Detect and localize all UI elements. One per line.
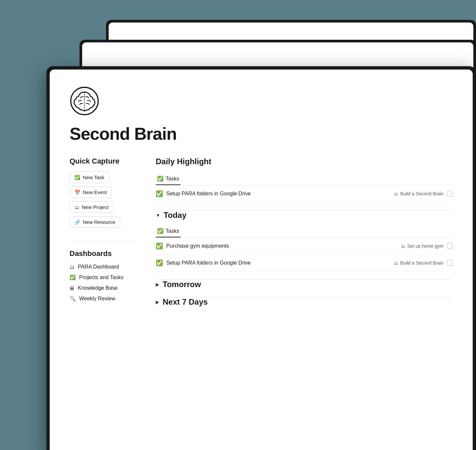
quick-capture-buttons: ✅ New Task 📅 New Event 🗂 New Project xyxy=(70,172,136,228)
sidebar-item-knowledge-base[interactable]: 🏛 Knowledge Base xyxy=(70,285,136,291)
today-tab-check-icon: ✅ xyxy=(157,228,164,234)
daily-highlight-tasks: ✅ Setup PARA folders in Google Drive 🗂 B… xyxy=(156,185,453,202)
task-check-icon: ✅ xyxy=(75,175,80,180)
today-tasks: ✅ Purchase gym equipments 🗂 Set up home … xyxy=(156,237,453,272)
project-folder-icon-3: 🗂 xyxy=(394,261,398,266)
task-name-2: Purchase gym equipments xyxy=(166,243,229,249)
today-section: ▼ Today ✅ Tasks xyxy=(156,210,453,272)
task-checkbox-2[interactable] xyxy=(447,243,453,249)
main-window: Second Brain Quick Capture ✅ New Task xyxy=(46,66,476,450)
task-name-3: Setup PARA folders in Google Drive xyxy=(166,260,251,266)
next7days-title: Next 7 Days xyxy=(163,297,208,307)
dashboards-title: Dashboards xyxy=(70,249,136,258)
tomorrow-title: Tomorrow xyxy=(163,280,201,289)
task-checkbox-1[interactable] xyxy=(447,191,453,197)
task-completed-icon-1: ✅ xyxy=(156,190,163,197)
task-right-2: 🗂 Set up home gym xyxy=(401,243,453,249)
table-row: ✅ Purchase gym equipments 🗂 Set up home … xyxy=(156,238,453,255)
today-title: Today xyxy=(164,211,186,220)
tomorrow-section: ▶ Tomorrow xyxy=(156,279,453,289)
daily-highlight-section: Daily Highlight ✅ Tasks xyxy=(156,157,453,202)
link-icon: 🔗 xyxy=(75,220,80,225)
brain-icon xyxy=(70,86,99,116)
tomorrow-header[interactable]: ▶ Tomorrow xyxy=(156,280,453,289)
today-chevron-icon: ▼ xyxy=(156,213,160,218)
task-right-3: 🗂 Build a Second Brain xyxy=(394,260,453,266)
new-event-button[interactable]: 📅 New Event xyxy=(70,186,112,198)
today-header[interactable]: ▼ Today xyxy=(156,211,453,220)
weekly-review-icon: 🔍 xyxy=(70,296,76,302)
task-checkbox-3[interactable] xyxy=(447,260,453,266)
new-resource-button[interactable]: 🔗 New Resource xyxy=(70,216,120,228)
dashboards-section: Dashboards 🗂 PARA Dashboard ✅ Projects a… xyxy=(70,241,136,302)
tab-today-tasks[interactable]: ✅ Tasks xyxy=(156,225,181,237)
next7days-header[interactable]: ▶ Next 7 Days xyxy=(156,297,453,307)
task-left-1: ✅ Setup PARA folders in Google Drive xyxy=(156,190,251,197)
sidebar-item-para-dashboard[interactable]: 🗂 PARA Dashboard xyxy=(70,264,136,270)
daily-highlight-tabs: ✅ Tasks xyxy=(156,173,453,185)
calendar-icon: 📅 xyxy=(75,190,80,195)
para-dashboard-icon: 🗂 xyxy=(70,264,75,270)
tab-tasks-check-icon: ✅ xyxy=(157,175,164,182)
task-project-2: 🗂 Set up home gym xyxy=(401,243,444,249)
daily-highlight-title: Daily Highlight xyxy=(156,157,453,166)
task-left-3: ✅ Setup PARA folders in Google Drive xyxy=(156,259,251,267)
task-left-2: ✅ Purchase gym equipments xyxy=(156,242,229,250)
task-right-1: 🗂 Build a Second Brain xyxy=(394,191,453,197)
task-project-1: 🗂 Build a Second Brain xyxy=(394,191,444,196)
dashboard-list: 🗂 PARA Dashboard ✅ Projects and Tasks 🏛 xyxy=(70,264,136,302)
next7days-section: ▶ Next 7 Days xyxy=(156,297,453,307)
tab-daily-tasks[interactable]: ✅ Tasks xyxy=(156,173,181,185)
task-completed-icon-2: ✅ xyxy=(156,242,163,250)
next7days-chevron-icon: ▶ xyxy=(156,299,159,305)
projects-tasks-icon: ✅ xyxy=(70,275,76,280)
project-folder-icon: 🗂 xyxy=(75,205,79,210)
quick-capture-title: Quick Capture xyxy=(70,157,136,166)
today-tabs: ✅ Tasks xyxy=(156,225,453,237)
new-task-button[interactable]: ✅ New Task xyxy=(70,172,109,183)
sidebar-item-projects-tasks[interactable]: ✅ Projects and Tasks xyxy=(70,275,136,280)
task-project-3: 🗂 Build a Second Brain xyxy=(394,260,444,266)
left-sidebar: Quick Capture ✅ New Task 📅 New Event xyxy=(70,157,136,312)
table-row: ✅ Setup PARA folders in Google Drive 🗂 B… xyxy=(156,185,453,202)
project-folder-icon-1: 🗂 xyxy=(394,191,398,196)
right-content: Daily Highlight ✅ Tasks xyxy=(156,157,453,312)
tomorrow-chevron-icon: ▶ xyxy=(156,282,159,287)
project-folder-icon-2: 🗂 xyxy=(401,244,405,249)
page-title: Second Brain xyxy=(70,124,453,144)
sidebar-item-weekly-review[interactable]: 🔍 Weekly Review xyxy=(70,296,136,302)
table-row: ✅ Setup PARA folders in Google Drive 🗂 B… xyxy=(156,255,453,272)
quick-capture-section: Quick Capture ✅ New Task 📅 New Event xyxy=(70,157,136,228)
new-project-button[interactable]: 🗂 New Project xyxy=(70,201,114,213)
task-name-1: Setup PARA folders in Google Drive xyxy=(166,191,251,197)
task-completed-icon-3: ✅ xyxy=(156,259,163,267)
knowledge-base-icon: 🏛 xyxy=(70,285,75,291)
